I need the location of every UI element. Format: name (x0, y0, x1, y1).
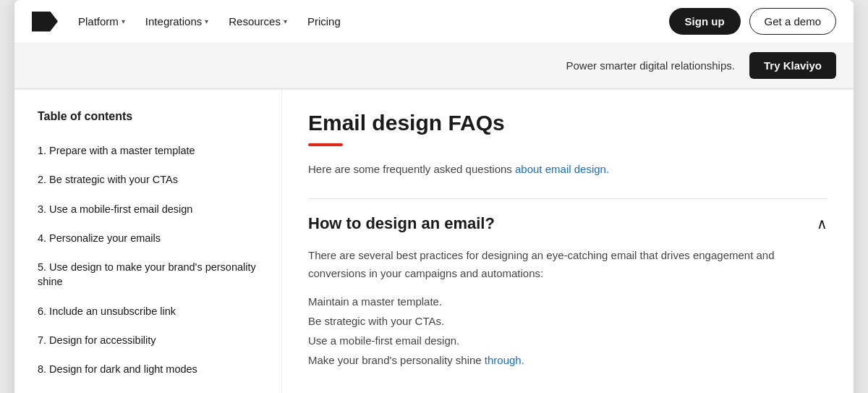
banner: Power smarter digital relationships. Try… (14, 43, 854, 90)
signup-button[interactable]: Sign up (669, 8, 741, 35)
toc-item-2[interactable]: 2. Be strategic with your CTAs (38, 165, 261, 194)
chevron-down-icon: ▾ (284, 17, 287, 25)
toc-item-6[interactable]: 6. Include an unsubscribe link (38, 297, 261, 326)
faq-question-row: How to design an email? ∧ (308, 214, 827, 234)
faq-section: How to design an email? ∧ There are seve… (308, 198, 827, 370)
browser-window: Platform ▾ Integrations ▾ Resources ▾ Pr… (14, 0, 854, 393)
get-demo-button[interactable]: Get a demo (749, 8, 836, 35)
faq-list-item-1: Maintain a master template. (308, 292, 827, 311)
intro-link[interactable]: about email design. (515, 163, 609, 175)
toc-item-5[interactable]: 5. Use design to make your brand's perso… (38, 253, 261, 297)
content-header: Email design FAQs Here are some frequent… (308, 110, 827, 178)
toc-title: Table of contents (38, 110, 261, 123)
chevron-down-icon: ▾ (122, 17, 125, 25)
toc-item-1[interactable]: 1. Prepare with a master template (38, 136, 261, 165)
toc-item-7[interactable]: 7. Design for accessibility (38, 326, 261, 355)
faq-question: How to design an email? (308, 214, 495, 234)
toc-list: 1. Prepare with a master template 2. Be … (38, 136, 261, 384)
nav-integrations[interactable]: Integrations ▾ (145, 15, 208, 28)
nav-pricing[interactable]: Pricing (307, 15, 341, 28)
toc-item-3[interactable]: 3. Use a mobile-first email design (38, 195, 261, 224)
nav-resources[interactable]: Resources ▾ (229, 15, 287, 28)
collapse-icon[interactable]: ∧ (817, 215, 827, 232)
faq-list-item-4: Make your brand's personality shine thro… (308, 350, 827, 370)
intro-text: Here are some frequently asked questions… (308, 161, 827, 178)
faq-list-link[interactable]: through. (485, 354, 524, 366)
main-layout: Table of contents 1. Prepare with a mast… (14, 90, 854, 393)
banner-text: Power smarter digital relationships. (566, 59, 735, 72)
faq-list-item-3: Use a mobile-first email design. (308, 331, 827, 350)
toc-item-4[interactable]: 4. Personalize your emails (38, 224, 261, 253)
title-underline (308, 143, 343, 146)
nav-links: Platform ▾ Integrations ▾ Resources ▾ Pr… (78, 15, 669, 28)
navbar: Platform ▾ Integrations ▾ Resources ▾ Pr… (14, 0, 854, 43)
chevron-down-icon: ▾ (205, 17, 208, 25)
logo-icon[interactable] (32, 12, 58, 32)
faq-list-item-2: Be strategic with your CTAs. (308, 311, 827, 331)
page-title: Email design FAQs (308, 110, 827, 136)
faq-body: There are several best practices for des… (308, 246, 827, 283)
main-content: Email design FAQs Here are some frequent… (282, 90, 854, 393)
nav-platform[interactable]: Platform ▾ (78, 15, 125, 28)
nav-actions: Sign up Get a demo (669, 8, 836, 35)
try-klaviyo-button[interactable]: Try Klaviyo (749, 52, 836, 79)
toc-item-8[interactable]: 8. Design for dark and light modes (38, 355, 261, 384)
sidebar: Table of contents 1. Prepare with a mast… (14, 90, 282, 393)
